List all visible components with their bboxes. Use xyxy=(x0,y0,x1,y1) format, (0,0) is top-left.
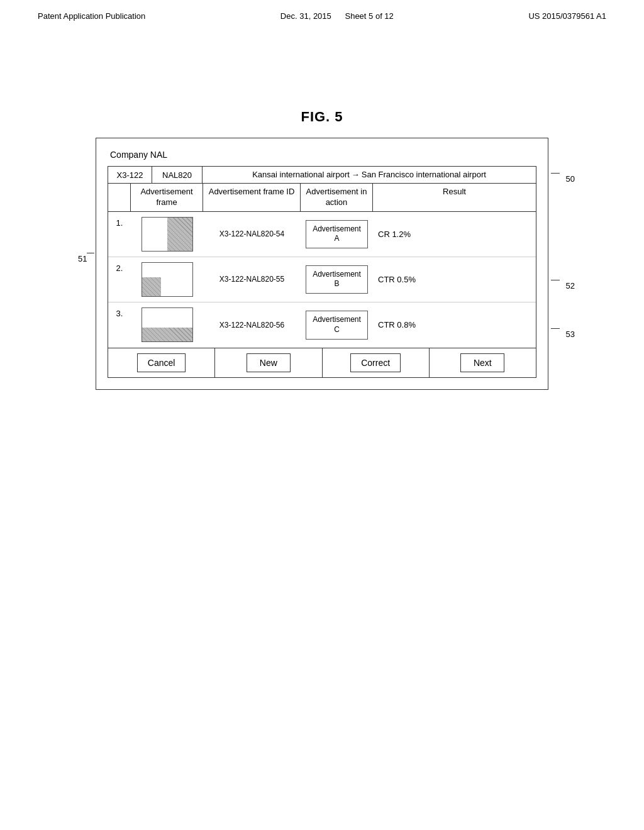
side-label-51: 51 xyxy=(78,254,87,263)
table-row: 1. X3-122-NAL820-54 AdvertisementA CR 1.… xyxy=(108,212,536,257)
side-label-53-text: 53 xyxy=(566,329,575,339)
company-label: Company NAL xyxy=(108,150,536,160)
frame-box-3 xyxy=(142,307,193,342)
ad-label-3: AdvertisementC xyxy=(313,315,361,334)
next-button[interactable]: Next xyxy=(460,353,504,372)
row-2-action: AdvertisementB xyxy=(301,263,373,296)
header-date: Dec. 31, 2015 xyxy=(280,11,331,21)
col-header-frame: Advertisement frame xyxy=(131,184,203,211)
route-dest: Kansai international airport San Francis… xyxy=(203,167,536,183)
col-header-action: Advertisement in action xyxy=(301,184,373,211)
row-3-action: AdvertisementC xyxy=(301,308,373,341)
side-label-52: 52 xyxy=(566,281,575,290)
ad-label-1: AdvertisementA xyxy=(313,224,361,243)
header-patent: US 2015/0379561 A1 xyxy=(528,11,606,21)
table-row: 3. X3-122-NAL820-56 AdvertisementC CTR 0… xyxy=(108,302,536,348)
ad-box-2: AdvertisementB xyxy=(306,265,368,294)
bracket-line-50 xyxy=(551,173,560,174)
patent-header: Patent Application Publication Dec. 31, … xyxy=(0,0,644,21)
row-2-frame-id: X3-122-NAL820-55 xyxy=(203,272,301,286)
new-cell: New xyxy=(215,348,322,377)
row-2-frame xyxy=(131,258,203,301)
row-1-frame xyxy=(131,213,203,255)
side-label-53: 53 xyxy=(566,329,575,339)
column-headers: Advertisement frame Advertisement frame … xyxy=(108,184,536,212)
buttons-row: Cancel New Correct Next xyxy=(108,348,536,378)
route-row: X3-122 NAL820 Kansai international airpo… xyxy=(108,166,536,184)
hatch-1 xyxy=(167,218,192,252)
side-label-51-text: 51 xyxy=(78,254,87,263)
row-3-result: CTR 0.8% xyxy=(373,320,536,329)
data-rows: 1. X3-122-NAL820-54 AdvertisementA CR 1.… xyxy=(108,212,536,348)
side-label-50: 50 xyxy=(566,174,575,184)
cancel-cell: Cancel xyxy=(108,348,215,377)
hatch-2 xyxy=(142,277,161,296)
dest-arrow xyxy=(350,169,362,180)
row-1-result: CR 1.2% xyxy=(373,230,536,239)
row-3-num: 3. xyxy=(108,302,131,318)
figure-title: FIG. 5 xyxy=(0,109,644,125)
header-sheet: Sheet 5 of 12 xyxy=(345,11,393,21)
bracket-line-52 xyxy=(551,280,560,280)
new-button[interactable]: New xyxy=(247,353,291,372)
bracket-line-53 xyxy=(551,328,560,329)
ad-label-2: AdvertisementB xyxy=(313,270,361,289)
col-header-frame-id: Advertisement frame ID xyxy=(203,184,301,211)
row-1-action: AdvertisementA xyxy=(301,218,373,251)
diagram-outer-wrapper: 50 51 52 53 Company NAL X3-122 NAL820 Ka… xyxy=(96,138,548,390)
cancel-button[interactable]: Cancel xyxy=(137,353,186,372)
frame-box-2 xyxy=(142,262,193,297)
bracket-line-51 xyxy=(87,253,94,253)
frame-box-1 xyxy=(142,217,193,252)
header-date-sheet: Dec. 31, 2015 Sheet 5 of 12 xyxy=(280,11,394,21)
correct-button[interactable]: Correct xyxy=(350,353,401,372)
dest-from: Kansai international airport xyxy=(252,169,350,180)
row-3-frame xyxy=(131,304,203,346)
ad-box-3: AdvertisementC xyxy=(306,311,368,339)
next-cell: Next xyxy=(430,348,536,377)
table-row: 2. X3-122-NAL820-55 AdvertisementB CTR 0… xyxy=(108,257,536,302)
col-header-num xyxy=(108,184,131,211)
route-id: X3-122 xyxy=(108,167,152,183)
correct-cell: Correct xyxy=(323,348,430,377)
side-label-50-text: 50 xyxy=(566,174,575,184)
main-diagram: Company NAL X3-122 NAL820 Kansai interna… xyxy=(96,138,548,390)
row-2-result: CTR 0.5% xyxy=(373,275,536,284)
col-header-result: Result xyxy=(373,184,536,211)
header-left: Patent Application Publication xyxy=(38,11,145,21)
hatch-3 xyxy=(142,328,193,341)
side-label-52-text: 52 xyxy=(566,281,575,290)
row-1-num: 1. xyxy=(108,212,131,228)
row-1-frame-id: X3-122-NAL820-54 xyxy=(203,227,301,241)
row-3-frame-id: X3-122-NAL820-56 xyxy=(203,318,301,332)
ad-box-1: AdvertisementA xyxy=(306,220,368,248)
route-flight: NAL820 xyxy=(152,167,203,183)
dest-to: San Francisco international airport xyxy=(362,169,486,180)
row-2-num: 2. xyxy=(108,257,131,273)
